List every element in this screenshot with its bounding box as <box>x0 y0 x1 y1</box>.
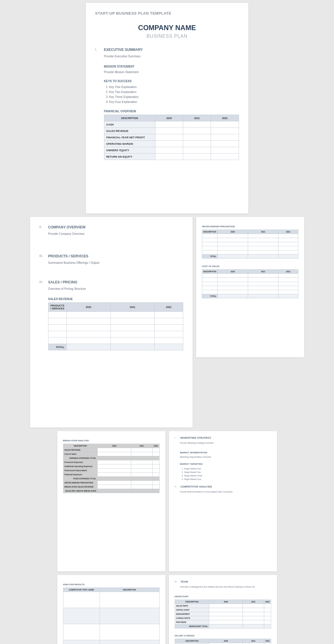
cost-title: COST OF SALES <box>202 265 298 268</box>
page-6: ANALYSIS RESULTS COMPETITOR TYPE / NAMED… <box>57 575 165 644</box>
page-7: III.TEAM Overview of Management and Staf… <box>169 575 277 644</box>
keys-list: Key One Explanation Key Two Explanation … <box>109 85 239 104</box>
doc-title: START-UP BUSINESS PLAN TEMPLATE <box>95 11 239 16</box>
row-total: TOTAL <box>48 344 67 350</box>
salary-table: DESCRIPTION202020212022 SALES REPS OFFIC… <box>175 639 271 644</box>
sec-body: Provide Executive Summary <box>104 54 239 58</box>
row-label: CASH <box>104 121 155 128</box>
keys-title: KEYS TO SUCCESS <box>104 80 239 83</box>
key-item: Key Two Explanation <box>109 89 239 94</box>
col-year: 2021 <box>183 115 211 121</box>
row-label: SALES REVENUE <box>104 128 155 134</box>
fin-title: FINANCIAL OVERVIEW <box>104 110 239 113</box>
company-name: COMPANY NAME <box>95 24 239 32</box>
gross-title: GROSS-MARGIN PERCENTAGE <box>202 225 298 228</box>
col-year: 2020 <box>155 115 183 121</box>
sec-title: EXECUTIVE SUMMARY <box>104 48 143 52</box>
sec-body: Summarize Business Offerings / Output <box>48 261 183 265</box>
sec-body: Provide Company Overview <box>48 232 183 236</box>
page-4: BREAK-EVEN ANALYSIS DESCRIPTION202020212… <box>57 431 165 571</box>
col-year: 2021 <box>110 303 155 312</box>
row-label: FINANCIAL-YEAR NET PROFIT <box>104 134 155 141</box>
cost-table: DESCRIPTION202020212022 TOTAL <box>202 269 298 298</box>
mission-body: Provide Mission Statement <box>104 70 239 74</box>
sec-number: I. <box>95 48 100 52</box>
gross-table: DESCRIPTION202020212022 TOTAL <box>202 230 298 259</box>
col-year: 2020 <box>67 303 111 312</box>
key-item: Key Four Explanation <box>109 99 239 104</box>
subtitle: BUSINESS PLAN <box>95 34 239 39</box>
page-3: GROSS-MARGIN PERCENTAGE DESCRIPTION20202… <box>196 217 304 357</box>
col-year: 2022 <box>155 303 183 312</box>
fin-table: DESCRIPTION202020212022 CASH SALES REVEN… <box>104 115 239 160</box>
row-label: RETURN ON EQUITY <box>104 154 155 160</box>
page-grid: START-UP BUSINESS PLAN TEMPLATE COMPANY … <box>3 3 331 644</box>
salesrev-title: SALES REVENUE <box>48 297 183 301</box>
break-title: BREAK-EVEN ANALYSIS <box>63 439 160 442</box>
row-label: OWNERS' EQUITY <box>104 147 155 154</box>
page-5: I.MARKETING STRATEGY Provide Marketing S… <box>169 431 277 571</box>
page-1: START-UP BUSINESS PLAN TEMPLATE COMPANY … <box>86 3 248 213</box>
sec-title: SALES / PRICING <box>48 280 77 284</box>
break-table: DESCRIPTION202020212022 SALES REVENUE Co… <box>63 444 160 493</box>
sec-title: COMPANY OVERVIEW <box>48 225 86 229</box>
sec-number: IV. <box>39 280 44 284</box>
row-label: OPERATING MARGIN <box>104 141 155 147</box>
analysis-table: COMPETITOR TYPE / NAMEDESCRIPTION <box>63 588 160 644</box>
mission-title: MISSION STATEMENT <box>104 65 239 68</box>
headcount-table: DESCRIPTION202020212022 SALES REPS OFFIC… <box>175 600 271 628</box>
sec-body: Overview of Pricing Structure <box>48 287 183 291</box>
salesrev-table: PRODUCTS / SERVICES202020212022 TOTAL <box>48 302 183 350</box>
sec-number: II. <box>39 225 44 229</box>
sec-title: PRODUCTS / SERVICES <box>48 254 89 258</box>
col-desc: DESCRIPTION <box>104 115 155 121</box>
key-item: Key Three Explanation <box>109 94 239 99</box>
col-desc: DESCRIPTION <box>202 230 217 234</box>
sec-number: III. <box>39 254 44 258</box>
key-item: Key One Explanation <box>109 85 239 89</box>
col-head: PRODUCTS / SERVICES <box>48 303 67 312</box>
page-2: II.COMPANY OVERVIEW Provide Company Over… <box>30 217 193 428</box>
row-total: TOTAL <box>202 254 217 259</box>
col-year: 2022 <box>211 115 239 121</box>
